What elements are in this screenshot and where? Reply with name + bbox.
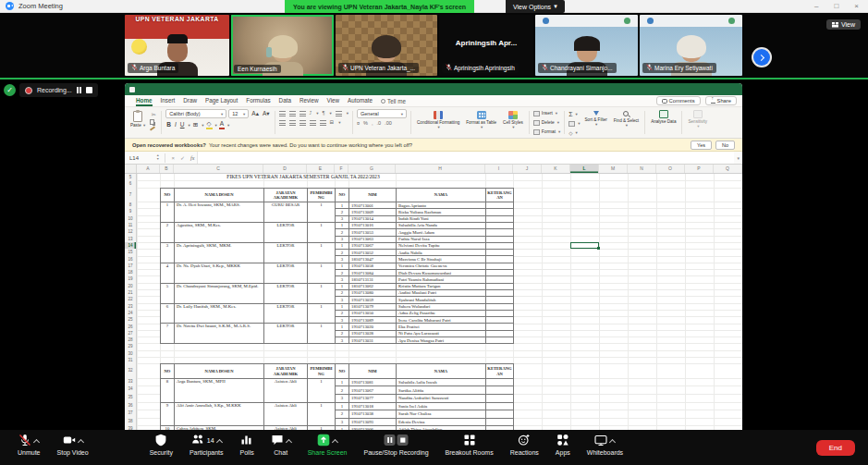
- table-header-cell[interactable]: NO: [336, 364, 349, 379]
- cut-icon[interactable]: ✂: [150, 112, 157, 117]
- decrease-font-icon[interactable]: A▾: [262, 109, 271, 118]
- row-header-36[interactable]: 36: [125, 402, 136, 410]
- cell[interactable]: Sania Izel Askia: [397, 402, 486, 410]
- cell[interactable]: Nelvioni Devita Tupitu: [397, 242, 486, 249]
- chevron-up-icon[interactable]: [286, 438, 292, 445]
- row-header-35[interactable]: 35: [125, 394, 136, 402]
- cell[interactable]: 2: [336, 310, 349, 316]
- cell[interactable]: [486, 330, 514, 337]
- cell[interactable]: GURU BESAR: [264, 202, 308, 223]
- minimize-button[interactable]: –: [814, 0, 818, 13]
- ribbon-tab-formulas[interactable]: Formulas: [246, 95, 270, 106]
- row-header-7[interactable]: 7: [125, 188, 136, 202]
- cell[interactable]: [486, 303, 514, 310]
- cell[interactable]: 1910713077: [349, 394, 397, 402]
- cell[interactable]: 1810713079: [349, 303, 397, 310]
- cell[interactable]: 3: [336, 276, 349, 283]
- selected-cell[interactable]: [570, 242, 599, 249]
- cell[interactable]: Kristin Mutiara Tarigan: [397, 283, 486, 289]
- column-header-K[interactable]: K: [542, 165, 570, 173]
- cell[interactable]: 1910713009: [349, 209, 397, 215]
- cell[interactable]: 2: [336, 410, 349, 419]
- cell[interactable]: 1: [336, 222, 349, 228]
- italic-button[interactable]: I: [174, 120, 177, 129]
- unmute-button[interactable]: Unmute: [9, 430, 49, 465]
- row-header-16[interactable]: 16: [125, 256, 136, 263]
- cell[interactable]: 2: [336, 386, 349, 395]
- column-header-C[interactable]: C: [174, 165, 263, 173]
- cell[interactable]: 1: [308, 378, 336, 402]
- cell[interactable]: [486, 209, 514, 215]
- align-center-icon[interactable]: [289, 120, 296, 126]
- cell[interactable]: Salsabilla Aria Nanda: [397, 222, 486, 228]
- cell[interactable]: 1910713016: [349, 222, 397, 228]
- cell[interactable]: Agustina, SKM., M.Kes.: [175, 222, 264, 242]
- column-header-L[interactable]: L: [570, 165, 599, 173]
- comma-style-icon[interactable]: ,: [372, 120, 373, 126]
- row-header-6[interactable]: 6: [125, 180, 136, 187]
- row-header-9[interactable]: 9: [125, 208, 136, 214]
- cell[interactable]: 1: [336, 263, 349, 269]
- row-header-34[interactable]: 34: [125, 385, 136, 394]
- row-header-25[interactable]: 25: [125, 316, 136, 323]
- window-controls-icon[interactable]: [129, 87, 135, 92]
- cell[interactable]: 8: [161, 378, 175, 402]
- name-box[interactable]: L14: [125, 155, 156, 161]
- column-header-N[interactable]: N: [628, 165, 656, 173]
- name-box-spinner[interactable]: ▲▼: [156, 154, 159, 161]
- merge-center-icon[interactable]: ⊟: [330, 119, 335, 125]
- orientation-icon[interactable]: ⤴: [310, 110, 312, 116]
- ribbon-tab-automate[interactable]: Automate: [348, 95, 373, 106]
- video-tile[interactable]: Chandrayani Simanjo...: [535, 15, 638, 76]
- cell[interactable]: 7: [161, 324, 175, 344]
- ribbon-tab-home[interactable]: Home: [136, 95, 153, 106]
- cell[interactable]: Ayu Denisa Wangsa Putri: [397, 337, 486, 344]
- insert-cells-button[interactable]: Insert▾: [533, 109, 560, 117]
- cell[interactable]: 1910713093: [349, 418, 397, 426]
- end-meeting-button[interactable]: End: [816, 440, 855, 456]
- cell[interactable]: 1910713052: [349, 250, 397, 256]
- cell[interactable]: [486, 242, 514, 249]
- maximize-button[interactable]: □: [834, 0, 838, 13]
- column-header-B[interactable]: B: [160, 165, 174, 173]
- cell[interactable]: Alif Amir Amrullah, S.Kp., M.KKK: [175, 402, 264, 426]
- row-header-24[interactable]: 24: [125, 310, 136, 316]
- cell[interactable]: Adna Zelig Pasaribu: [397, 310, 486, 316]
- cell[interactable]: 1910713059: [349, 297, 397, 303]
- ribbon-tab-insert[interactable]: Insert: [161, 95, 176, 106]
- cell[interactable]: 2: [336, 250, 349, 256]
- cell[interactable]: 3: [336, 317, 349, 324]
- borders-button[interactable]: ⊞: [192, 120, 199, 129]
- row-header-38[interactable]: 38: [125, 418, 136, 426]
- cell[interactable]: 2: [336, 229, 349, 236]
- cell[interactable]: [486, 394, 514, 402]
- no-button[interactable]: No: [715, 141, 735, 150]
- format-cells-button[interactable]: Format▾: [533, 128, 560, 136]
- cell[interactable]: [486, 263, 514, 269]
- table-header-cell[interactable]: PEMBIMBING: [308, 364, 336, 379]
- cell[interactable]: 3: [336, 215, 349, 222]
- cell[interactable]: 1910713020: [349, 324, 397, 330]
- cell[interactable]: [486, 418, 514, 426]
- decrease-decimal-icon[interactable]: .00: [385, 120, 392, 126]
- font-name-select[interactable]: Calibri (Body)▾: [165, 109, 226, 118]
- table-header-cell[interactable]: NO: [161, 364, 175, 379]
- table-header-cell[interactable]: NIM: [349, 188, 397, 202]
- row-header-31[interactable]: 31: [125, 357, 136, 363]
- cell[interactable]: LEKTOR: [264, 283, 308, 303]
- underline-button[interactable]: U: [179, 120, 186, 129]
- cell[interactable]: 1910713014: [349, 215, 397, 222]
- cell[interactable]: 1: [336, 303, 349, 310]
- cell[interactable]: 3: [336, 256, 349, 263]
- column-header-G[interactable]: G: [348, 165, 396, 173]
- column-header-I[interactable]: I: [485, 165, 513, 173]
- cell[interactable]: [486, 215, 514, 222]
- table-header-cell[interactable]: NAMA DOSEN: [175, 188, 264, 202]
- accounting-format-icon[interactable]: ¤: [357, 120, 360, 126]
- cell[interactable]: 1: [336, 378, 349, 386]
- row-header-28[interactable]: 28: [125, 337, 136, 343]
- ribbon-tab-data[interactable]: Data: [279, 95, 291, 106]
- cell[interactable]: 2: [336, 270, 349, 276]
- share-screen-button[interactable]: Share Screen: [300, 430, 356, 465]
- cell[interactable]: 1910713058: [349, 263, 397, 269]
